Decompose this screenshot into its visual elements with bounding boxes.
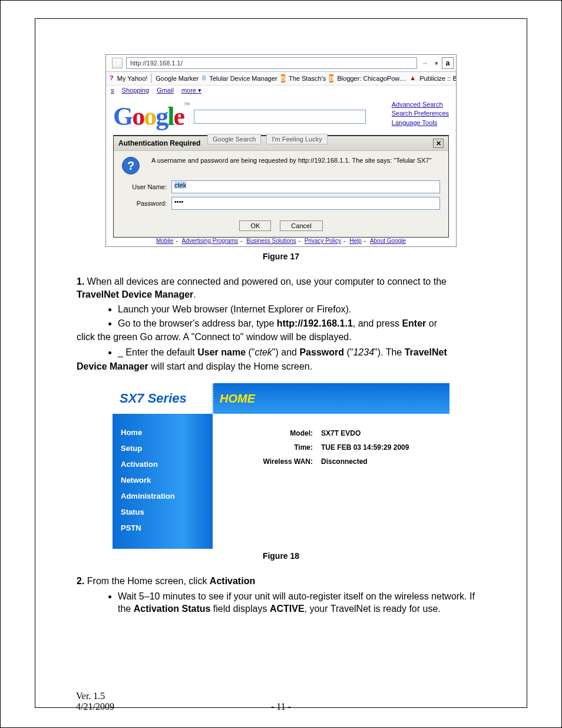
bullet-wait-activation: Wait 5–10 minutes to see if your unit wi… — [118, 590, 485, 615]
bookmark-stasch[interactable]: The Stasch's — [289, 75, 326, 82]
status-table: Model:SX7T EVDO Time:TUE FEB 03 14:59:29… — [213, 414, 449, 495]
link-s[interactable]: s — [111, 87, 114, 94]
figure17-browser: http://192.168.1.1/ → ▾ a ?My Yahoo! Goo… — [105, 54, 457, 247]
address-input[interactable]: http://192.168.1.1/ — [126, 57, 417, 69]
password-input[interactable]: •••• — [171, 197, 440, 210]
username-input[interactable]: ctek — [171, 180, 440, 193]
ok-button[interactable]: OK — [239, 220, 271, 231]
bullet-launch-browser: Launch your Web browser (Internet Explor… — [118, 303, 485, 316]
home-banner: HOME — [213, 383, 449, 414]
nav-home[interactable]: Home — [113, 424, 213, 440]
time-label: Time: — [219, 443, 321, 452]
auth-dialog: Authentication Required ✕ ? A username a… — [113, 135, 449, 238]
bookmark-publicize[interactable]: Publicize :: Buz — [419, 75, 456, 82]
side-nav: Home Setup Activation Network Administra… — [113, 414, 213, 549]
instructions-block-1: 1. When all devices are connected and po… — [77, 275, 485, 373]
bookmark-yahoo[interactable]: My Yahoo! — [117, 75, 148, 82]
wwan-label: Wireless WAN: — [219, 457, 321, 466]
bookmark-blogger[interactable]: Blogger: ChicagoPow… — [337, 75, 406, 82]
wwan-value: Disconnected — [321, 457, 368, 466]
page-footer: Ver. 1.5 4/21/2009 - 11 - — [76, 691, 486, 712]
blogger-icon: B — [281, 74, 285, 83]
bullet-enter-credentials: _ Enter the default User name ("ctek") a… — [118, 346, 485, 359]
footer-link-about[interactable]: About Google — [370, 238, 406, 244]
footer-link-help[interactable]: Help — [349, 238, 362, 244]
model-value: SX7T EVDO — [321, 429, 361, 437]
page-number: - 11 - — [76, 701, 486, 712]
address-bar-row: http://192.168.1.1/ → ▾ a — [106, 55, 456, 72]
password-label: Password: — [122, 200, 167, 207]
model-label: Model: — [219, 429, 321, 437]
telular-icon: 8 — [202, 74, 206, 83]
figure18-device-manager: SX7 Series Home Setup Activation Network… — [113, 383, 449, 549]
nav-administration[interactable]: Administration — [113, 488, 213, 504]
time-value: TUE FEB 03 14:59:29 2009 — [321, 443, 409, 452]
google-top-links: s Shopping Gmail more ▾ — [106, 85, 456, 95]
nav-activation[interactable]: Activation — [113, 456, 213, 472]
page-icon — [112, 58, 123, 68]
google-search-input[interactable] — [194, 110, 366, 124]
publicize-icon: ▲ — [409, 74, 416, 83]
dropdown-icon[interactable]: ▾ — [435, 60, 438, 67]
footer-version: Ver. 1.5 — [76, 691, 486, 701]
google-search-area: Advanced Search Search Preferences Langu… — [106, 95, 456, 246]
blogger-icon: B — [329, 74, 333, 83]
username-label: User Name: — [122, 183, 167, 190]
footer-link-privacy[interactable]: Privacy Policy — [305, 238, 341, 244]
footer-link-business[interactable]: Business Solutions — [246, 238, 296, 244]
close-icon[interactable]: ✕ — [433, 139, 444, 148]
bookmarks-bar: ?My Yahoo! Google Marker 8Telular Device… — [106, 72, 456, 85]
bookmark-telular[interactable]: Telular Device Manager — [209, 75, 277, 82]
footer-link-mobile[interactable]: Mobile — [156, 238, 173, 244]
google-search-button[interactable]: Google Search — [207, 134, 261, 144]
google-footer-links: Mobile- Advertising Programs- Business S… — [113, 238, 449, 246]
instructions-block-2: 2. From the Home screen, click Activatio… — [77, 575, 485, 615]
device-brand: SX7 Series — [113, 383, 213, 414]
cancel-button[interactable]: Cancel — [280, 220, 322, 231]
link-shopping[interactable]: Shopping — [122, 87, 150, 94]
figure18-caption: Figure 18 — [77, 551, 485, 561]
question-icon: ? — [122, 157, 140, 174]
go-arrow-icon[interactable]: → — [422, 60, 430, 67]
link-language-tools[interactable]: Language Tools — [392, 118, 449, 127]
auth-dialog-title: Authentication Required — [118, 139, 200, 147]
feeling-lucky-button[interactable]: I'm Feeling Lucky — [266, 134, 327, 144]
doc-icon — [151, 74, 152, 83]
footer-link-advertising[interactable]: Advertising Programs — [182, 238, 239, 244]
amazon-icon[interactable]: a — [442, 57, 454, 69]
nav-status[interactable]: Status — [113, 504, 213, 520]
nav-setup[interactable]: Setup — [113, 440, 213, 456]
bullet-goto-address: Go to the browser's address bar, type ht… — [118, 317, 485, 330]
link-advanced-search[interactable]: Advanced Search — [392, 100, 449, 109]
google-right-links: Advanced Search Search Preferences Langu… — [392, 100, 449, 127]
link-gmail[interactable]: Gmail — [157, 87, 174, 94]
google-logo: Google™ — [113, 102, 189, 131]
link-more[interactable]: more ▾ — [181, 87, 201, 94]
figure17-caption: Figure 17 — [77, 252, 485, 261]
bookmark-google-marker[interactable]: Google Marker — [156, 75, 199, 82]
auth-message: A username and password are being reques… — [151, 157, 440, 164]
link-search-preferences[interactable]: Search Preferences — [392, 109, 449, 118]
nav-network[interactable]: Network — [113, 472, 213, 488]
yahoo-icon: ? — [110, 74, 114, 83]
nav-pstn[interactable]: PSTN — [113, 520, 213, 536]
